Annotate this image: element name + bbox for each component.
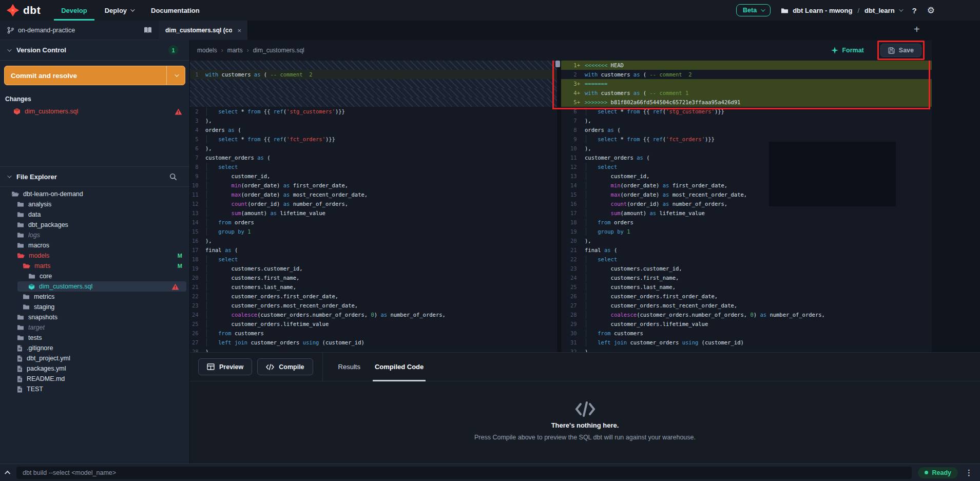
code-line[interactable]: 19 customers.customer_id, [190, 264, 557, 273]
code-line[interactable]: 25 customer_orders.lifetime_value [190, 319, 557, 329]
tree-item-dim_customers.sql[interactable]: dim_customers.sql [17, 281, 186, 292]
tab-results[interactable]: Results [331, 353, 368, 381]
code-line[interactable]: 20 ), [561, 236, 932, 245]
code-line[interactable]: 5+>>>>>>> b81f802a66fd544504c65721e3ffaa… [561, 98, 932, 107]
code-line[interactable]: 21 final as ( [561, 245, 932, 255]
code-line[interactable]: 16 ), [190, 236, 557, 245]
code-line[interactable]: 27 customer_orders.most_recent_order_dat… [561, 301, 932, 310]
code-line[interactable]: 15 group by 1 [190, 227, 557, 236]
code-line[interactable]: 23 customer_orders.most_recent_order_dat… [190, 301, 557, 310]
tree-item-macros[interactable]: macros [0, 240, 189, 251]
tree-item-dbt_project.yml[interactable]: dbt_project.yml [0, 353, 189, 363]
code-line[interactable]: 8 select [190, 162, 557, 171]
code-line[interactable]: 5 select * from {{ ref('fct_orders')}} [190, 134, 557, 144]
diff-pane-right[interactable]: 1+<<<<<<< HEAD2 with customers as ( -- c… [561, 61, 932, 352]
tab-dim-customers[interactable]: dim_customers.sql (confli... × [159, 21, 247, 40]
code-line[interactable]: 24 customers.first_name, [561, 273, 932, 282]
code-line[interactable]: 2 with customers as ( -- comment 2 [561, 70, 932, 79]
kebab-menu-icon[interactable]: ⋮ [964, 468, 974, 477]
tree-item-analysis[interactable]: analysis [0, 199, 189, 209]
code-line[interactable]: 22 customer_orders.first_order_date, [190, 292, 557, 301]
code-line[interactable]: 23 customers.customer_id, [561, 264, 932, 273]
tree-item-TEST[interactable]: TEST [0, 384, 189, 394]
code-line[interactable]: 1+<<<<<<< HEAD [561, 61, 932, 70]
diff-editor-body[interactable]: 1 with customers as ( -- comment 22 sele… [190, 61, 932, 352]
code-line[interactable]: 14 from orders [190, 218, 557, 227]
code-line[interactable]: 3+======= [561, 79, 932, 88]
code-line[interactable]: 6 ), [190, 144, 557, 153]
branch-bar[interactable]: on-demand-practice [0, 21, 159, 40]
tab-compiled-code[interactable]: Compiled Code [368, 353, 431, 381]
tree-item-packages.yml[interactable]: packages.yml [0, 363, 189, 374]
code-line[interactable]: 7 ), [561, 116, 932, 125]
preview-button[interactable]: Preview [198, 358, 252, 375]
docs-book-icon[interactable] [144, 27, 152, 33]
save-button[interactable]: Save [880, 44, 921, 57]
commit-dropdown-toggle[interactable] [166, 66, 185, 85]
code-line[interactable]: 1 with customers as ( -- comment 2 [190, 70, 557, 79]
commit-and-resolve-button[interactable]: Commit and resolve [4, 66, 185, 85]
code-line[interactable]: 4 orders as ( [190, 125, 557, 134]
tree-item-core[interactable]: core [0, 271, 189, 281]
format-button[interactable]: Format [831, 47, 863, 54]
compile-button[interactable]: Compile [257, 358, 313, 375]
tree-item-marts[interactable]: martsM [0, 261, 189, 271]
code-line[interactable]: 10 min(order_date) as first_order_date, [190, 181, 557, 190]
tree-item-metrics[interactable]: metrics [0, 292, 189, 302]
tree-item-models[interactable]: modelsM [0, 251, 189, 261]
project-selector[interactable]: dbt Learn - mwong / dbt_learn [781, 7, 901, 14]
version-control-header[interactable]: Version Control 1 [0, 40, 189, 61]
nav-item-develop[interactable]: Develop [54, 0, 94, 21]
dbt-logo[interactable]: dbt [6, 0, 54, 21]
code-line[interactable]: 8 orders as ( [561, 125, 932, 134]
diff-pane-left[interactable]: 1 with customers as ( -- comment 22 sele… [190, 61, 557, 352]
code-line[interactable]: 12 count(order_id) as number_of_orders, [190, 199, 557, 208]
tree-item-staging[interactable]: staging [0, 302, 189, 312]
search-icon[interactable] [169, 173, 177, 181]
code-line[interactable]: 29 customer_orders.lifetime_value [561, 319, 932, 329]
code-line[interactable]: 17 sum(amount) as lifetime_value [561, 208, 932, 218]
code-line[interactable]: 18 from orders [561, 218, 932, 227]
code-line[interactable]: 28 coalesce(customer_orders.number_of_or… [561, 310, 932, 319]
code-line[interactable]: 24 coalesce(customer_orders.number_of_or… [190, 310, 557, 319]
code-line[interactable]: 2 select * from {{ ref('stg_customers')}… [190, 107, 557, 116]
tree-item-target[interactable]: target [0, 322, 189, 333]
tree-item-tests[interactable]: tests [0, 333, 189, 343]
settings-gear-button[interactable]: ⚙ [927, 5, 935, 16]
code-line[interactable]: 20 customers.first_name, [190, 273, 557, 282]
code-line[interactable]: 30 from customers [561, 329, 932, 338]
tree-item-README.md[interactable]: README.md [0, 374, 189, 384]
command-input[interactable] [16, 467, 912, 479]
code-line[interactable]: 22 select [561, 255, 932, 264]
code-line[interactable]: 6 select * from {{ ref('stg_customers')}… [561, 107, 932, 116]
help-button[interactable]: ? [912, 6, 917, 15]
code-line[interactable]: 25 customers.last_name, [561, 282, 932, 292]
code-line[interactable]: 31 left join customer_orders using (cust… [561, 338, 932, 347]
code-line[interactable]: 26 customer_orders.first_order_date, [561, 292, 932, 301]
code-line[interactable]: 27 left join customer_orders using (cust… [190, 338, 557, 347]
file-explorer-header[interactable]: File Explorer [0, 166, 189, 187]
code-line[interactable]: 21 customers.last_name, [190, 282, 557, 292]
code-line[interactable]: 26 from customers [190, 329, 557, 338]
tree-item-.gitignore[interactable]: .gitignore [0, 343, 189, 353]
code-line[interactable]: 28 ) [190, 347, 557, 352]
pane-divider[interactable] [557, 61, 561, 352]
code-line[interactable]: 3 ), [190, 116, 557, 125]
tree-item-snapshots[interactable]: snapshots [0, 312, 189, 322]
chevron-up-icon[interactable] [5, 470, 10, 476]
code-line[interactable]: 9 customer_id, [190, 171, 557, 181]
code-line[interactable]: 32 ) [561, 347, 932, 352]
tree-item-data[interactable]: data [0, 209, 189, 220]
tree-item-dbt_packages[interactable]: dbt_packages [0, 220, 189, 230]
code-line[interactable]: 17 final as ( [190, 245, 557, 255]
changed-file-row[interactable]: dim_customers.sql [0, 106, 189, 117]
nav-item-deploy[interactable]: Deploy [98, 0, 141, 21]
close-icon[interactable]: × [237, 27, 241, 34]
code-line[interactable]: 19 group by 1 [561, 227, 932, 236]
new-tab-button[interactable]: + [914, 24, 920, 35]
code-line[interactable]: 11 max(order_date) as most_recent_order_… [190, 190, 557, 199]
code-line[interactable]: 13 sum(amount) as lifetime_value [190, 208, 557, 218]
code-line[interactable]: 7 customer_orders as ( [190, 153, 557, 162]
beta-dropdown[interactable]: Beta [736, 4, 771, 16]
nav-item-documentation[interactable]: Documentation [144, 0, 207, 21]
